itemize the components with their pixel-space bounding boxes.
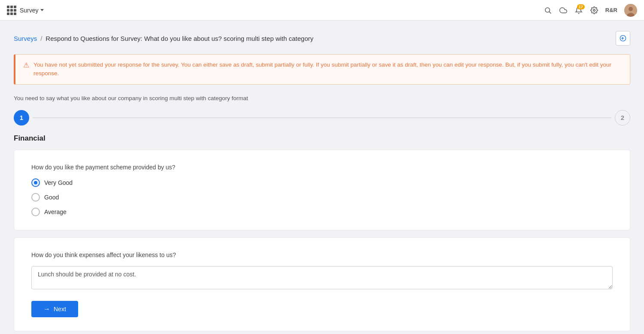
question-2-label: How do you think expenses affect your li… [31,251,613,258]
grid-icon[interactable] [7,6,16,15]
question-1-label: How do you like the payment scheme provi… [31,164,613,171]
cloud-icon[interactable] [559,6,568,15]
radio-group-q1: Very Good Good Average [31,178,613,216]
step-indicator: 1 2 [14,110,630,126]
breadcrumb-surveys-link[interactable]: Surveys [14,35,37,42]
svg-line-1 [549,12,551,13]
svg-point-0 [545,8,550,12]
question-1-card: How do you like the payment scheme provi… [14,150,630,230]
topbar-right: 17 R&R [544,4,637,17]
question-2-card: How do you think expenses affect your li… [14,237,630,331]
topbar-left: Survey [7,6,44,15]
radio-label-average: Average [44,208,67,215]
breadcrumb: Surveys / Respond to Questions for Surve… [14,31,630,46]
next-button-label: Next [54,306,66,313]
notification-icon[interactable]: 17 [574,6,583,15]
search-icon[interactable] [544,6,552,15]
breadcrumb-current-page: Respond to Questions for Survey: What do… [46,35,313,42]
user-initials[interactable]: R&R [605,7,617,13]
next-arrow-icon: → [43,305,50,313]
radio-option-very-good[interactable]: Very Good [31,178,613,187]
notification-badge: 17 [577,4,585,9]
radio-option-average[interactable]: Average [31,208,613,216]
radio-label-very-good: Very Good [44,179,73,186]
action-button[interactable] [616,31,630,46]
section-title: Financial [14,134,630,143]
svg-point-2 [593,9,595,11]
radio-circle-very-good [31,178,40,187]
settings-icon[interactable] [590,6,598,15]
user-avatar[interactable] [624,4,637,17]
radio-label-good: Good [44,194,59,201]
breadcrumb-separator: / [40,35,42,42]
step-line [33,117,611,118]
step-2-circle[interactable]: 2 [615,110,630,126]
app-name-label: Survey [20,7,39,14]
survey-description: You need to say what you like about our … [14,95,630,101]
svg-point-4 [629,7,633,11]
main-content: Surveys / Respond to Questions for Surve… [0,21,644,334]
warning-text: You have not yet submitted your response… [33,61,622,78]
step-1-circle[interactable]: 1 [14,110,29,126]
topbar: Survey 17 R&R [0,0,644,21]
app-name[interactable]: Survey [20,7,44,14]
warning-banner: ⚠ You have not yet submitted your respon… [14,54,630,85]
chevron-down-icon [40,9,44,11]
radio-circle-average [31,208,40,216]
radio-option-good[interactable]: Good [31,193,613,202]
radio-circle-good [31,193,40,202]
next-button[interactable]: → Next [31,301,78,317]
warning-icon: ⚠ [23,61,29,69]
question-2-textarea[interactable]: Lunch should be provided at no cost. [31,266,613,289]
